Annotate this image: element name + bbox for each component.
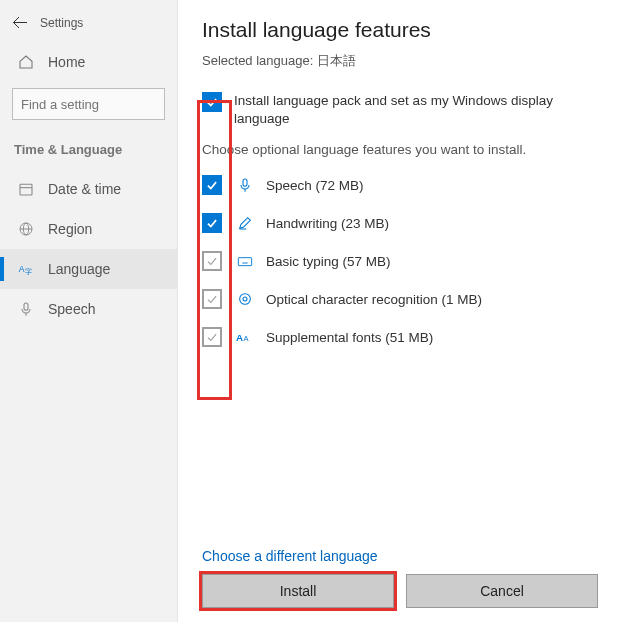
home-icon: [18, 54, 34, 70]
checkbox-handwriting[interactable]: [202, 213, 222, 233]
sidebar-category: Time & Language: [0, 134, 177, 169]
search-input-wrapper[interactable]: [12, 88, 165, 120]
microphone-icon: [18, 301, 34, 317]
sidebar-item-speech[interactable]: Speech: [0, 289, 177, 329]
install-button[interactable]: Install: [202, 574, 394, 608]
microphone-icon: [236, 177, 254, 193]
checkbox-ocr: [202, 289, 222, 309]
sidebar-item-language[interactable]: A字 Language: [0, 249, 177, 289]
sidebar-item-label: Region: [48, 221, 92, 237]
sidebar: 🡠 Settings Home Time & Language Date & t…: [0, 0, 178, 622]
language-icon: A字: [18, 261, 34, 277]
sidebar-item-date-time[interactable]: Date & time: [0, 169, 177, 209]
sidebar-item-region[interactable]: Region: [0, 209, 177, 249]
sidebar-item-label: Date & time: [48, 181, 121, 197]
font-icon: AA: [236, 329, 254, 345]
calendar-icon: [18, 181, 34, 197]
svg-rect-7: [24, 303, 28, 310]
back-icon[interactable]: 🡠: [12, 14, 28, 32]
sidebar-item-label: Language: [48, 261, 110, 277]
optional-description: Choose optional language features you wa…: [202, 142, 598, 157]
svg-text:字: 字: [25, 267, 32, 276]
svg-rect-0: [20, 184, 32, 195]
checkbox-display-language[interactable]: [202, 92, 222, 112]
display-language-label: Install language pack and set as my Wind…: [234, 92, 598, 128]
feature-label: Basic typing (57 MB): [266, 254, 391, 269]
checkbox-basic-typing: [202, 251, 222, 271]
svg-rect-12: [238, 258, 251, 266]
feature-label: Speech (72 MB): [266, 178, 364, 193]
feature-label: Supplemental fonts (51 MB): [266, 330, 433, 345]
svg-text:A: A: [19, 264, 25, 274]
checkbox-speech[interactable]: [202, 175, 222, 195]
svg-text:A: A: [244, 334, 249, 343]
page-subtitle: Selected language: 日本語: [202, 52, 598, 70]
ocr-icon: [236, 291, 254, 307]
search-input[interactable]: [21, 97, 156, 112]
choose-different-language-link[interactable]: Choose a different language: [202, 548, 598, 564]
keyboard-icon: [236, 253, 254, 269]
globe-icon: [18, 221, 34, 237]
sidebar-item-label: Speech: [48, 301, 95, 317]
home-button[interactable]: Home: [0, 42, 177, 82]
svg-point-19: [243, 297, 247, 301]
home-label: Home: [48, 54, 85, 70]
checkbox-fonts: [202, 327, 222, 347]
main-panel: Install language features Selected langu…: [178, 0, 622, 622]
svg-point-18: [240, 294, 251, 305]
svg-rect-9: [243, 179, 247, 186]
feature-label: Optical character recognition (1 MB): [266, 292, 482, 307]
cancel-button[interactable]: Cancel: [406, 574, 598, 608]
pen-icon: [236, 215, 254, 231]
settings-label: Settings: [40, 16, 83, 30]
page-title: Install language features: [202, 18, 598, 42]
svg-text:A: A: [236, 332, 243, 343]
feature-label: Handwriting (23 MB): [266, 216, 389, 231]
